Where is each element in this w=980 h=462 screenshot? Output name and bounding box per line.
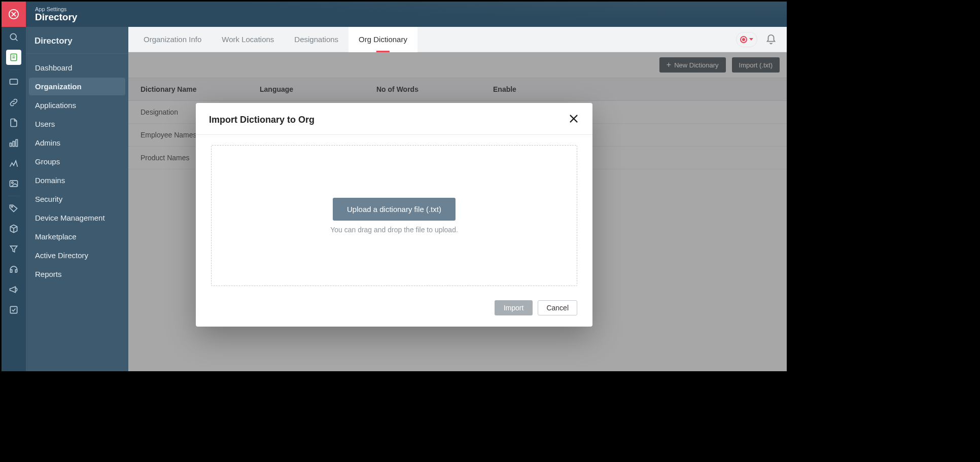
modal-close-button[interactable] xyxy=(568,113,579,126)
image-icon xyxy=(9,179,19,189)
svg-rect-7 xyxy=(10,181,18,187)
rail-link[interactable] xyxy=(2,92,26,113)
sidebar-item-reports[interactable]: Reports xyxy=(29,265,125,283)
modal-import-button[interactable]: Import xyxy=(495,300,533,315)
bell-icon xyxy=(765,34,777,45)
sidebar-item-marketplace[interactable]: Marketplace xyxy=(29,228,125,245)
sidebar-item-active-directory[interactable]: Active Directory xyxy=(29,246,125,264)
modal-cancel-label: Cancel xyxy=(546,304,569,312)
record-icon xyxy=(740,36,747,43)
tab-org-dictionary[interactable]: Org Dictionary xyxy=(348,27,417,52)
sidebar-item-users[interactable]: Users xyxy=(29,115,125,133)
tab-designations[interactable]: Designations xyxy=(284,27,348,52)
sidebar-item-groups[interactable]: Groups xyxy=(29,153,125,170)
svg-point-8 xyxy=(12,182,13,184)
header: App Settings Directory xyxy=(26,2,787,27)
sidebar-item-device-management[interactable]: Device Management xyxy=(29,209,125,227)
tag-icon xyxy=(9,203,19,214)
rail-announce[interactable] xyxy=(2,279,26,300)
sidebar-item-dashboard[interactable]: Dashboard xyxy=(29,59,125,77)
svg-rect-5 xyxy=(13,141,14,147)
svg-point-9 xyxy=(11,206,13,207)
form-icon xyxy=(9,118,19,128)
svg-point-1 xyxy=(10,33,16,40)
sidebar-item-organization[interactable]: Organization xyxy=(29,78,125,95)
megaphone-icon xyxy=(9,285,19,295)
headset-icon xyxy=(9,264,19,274)
icon-rail xyxy=(2,2,26,371)
box-icon xyxy=(9,224,19,234)
svg-rect-10 xyxy=(10,306,17,313)
directory-icon xyxy=(9,52,19,62)
sidebar-item-security[interactable]: Security xyxy=(29,190,125,208)
svg-rect-6 xyxy=(16,139,17,146)
tab-organization-info[interactable]: Organization Info xyxy=(133,27,212,52)
upload-label: Upload a dictionary file (.txt) xyxy=(347,205,441,214)
sidebar-item-applications[interactable]: Applications xyxy=(29,96,125,114)
rail-filter[interactable] xyxy=(2,239,26,259)
modal-cancel-button[interactable]: Cancel xyxy=(538,300,577,315)
import-dictionary-modal: Import Dictionary to Org Upload a dictio… xyxy=(196,103,592,327)
filter-icon xyxy=(9,244,19,254)
rail-box[interactable] xyxy=(2,219,26,239)
chevron-down-icon xyxy=(749,38,753,41)
note-check-icon xyxy=(9,305,19,315)
rail-check[interactable] xyxy=(2,300,26,320)
link-icon xyxy=(9,97,19,108)
file-dropzone[interactable]: Upload a dictionary file (.txt) You can … xyxy=(211,145,577,286)
sidebar-title: Directory xyxy=(26,27,128,54)
rail-reports[interactable] xyxy=(2,133,26,153)
upload-file-button[interactable]: Upload a dictionary file (.txt) xyxy=(333,198,456,221)
record-dropdown[interactable] xyxy=(736,32,757,47)
page-title: Directory xyxy=(35,12,787,23)
modal-import-label: Import xyxy=(504,304,524,312)
tabs: Organization InfoWork LocationsDesignati… xyxy=(128,27,787,52)
peaks-icon xyxy=(9,158,19,168)
rail-media[interactable] xyxy=(2,173,26,194)
rail-directory[interactable] xyxy=(2,47,26,67)
bar-chart-icon xyxy=(9,138,19,148)
sidebar-item-admins[interactable]: Admins xyxy=(29,134,125,152)
rail-search[interactable] xyxy=(2,27,26,47)
sidebar: Directory DashboardOrganizationApplicati… xyxy=(26,27,128,371)
rail-support[interactable] xyxy=(2,259,26,279)
notifications-button[interactable] xyxy=(762,31,780,48)
rail-tag[interactable] xyxy=(2,198,26,219)
tab-work-locations[interactable]: Work Locations xyxy=(212,27,284,52)
sidebar-item-domains[interactable]: Domains xyxy=(29,171,125,189)
search-icon xyxy=(9,32,19,42)
close-icon xyxy=(568,113,579,124)
rail-analytics[interactable] xyxy=(2,153,26,173)
rail-chat[interactable] xyxy=(2,72,26,92)
close-app-button[interactable] xyxy=(2,2,26,27)
rail-forms[interactable] xyxy=(2,113,26,133)
chat-icon xyxy=(9,77,19,87)
svg-rect-4 xyxy=(10,143,12,147)
dropzone-hint: You can drag and drop the file to upload… xyxy=(330,226,458,234)
modal-title: Import Dictionary to Org xyxy=(209,115,314,125)
close-circle-icon xyxy=(8,9,19,20)
